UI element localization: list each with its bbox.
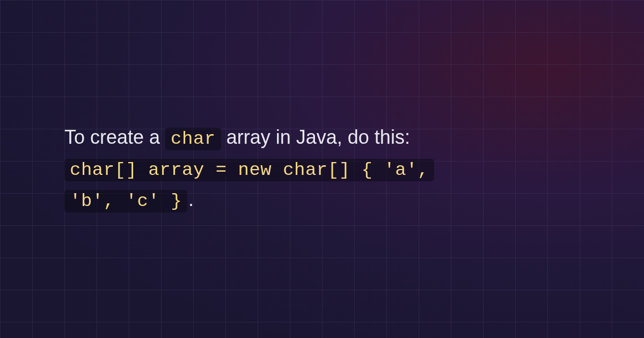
content-container: To create a char array in Java, do this:… (0, 0, 644, 338)
code-example-line1: char[] array = new char[] { 'a', (64, 159, 434, 181)
instruction-text: To create a char array in Java, do this:… (64, 122, 580, 215)
intro-text-part1: To create a (64, 126, 165, 148)
code-example-line2: 'b', 'c' } (64, 190, 187, 212)
inline-code-char: char (165, 128, 221, 150)
intro-text-part2: array in Java, do this: (221, 126, 410, 148)
period: . (188, 188, 194, 210)
